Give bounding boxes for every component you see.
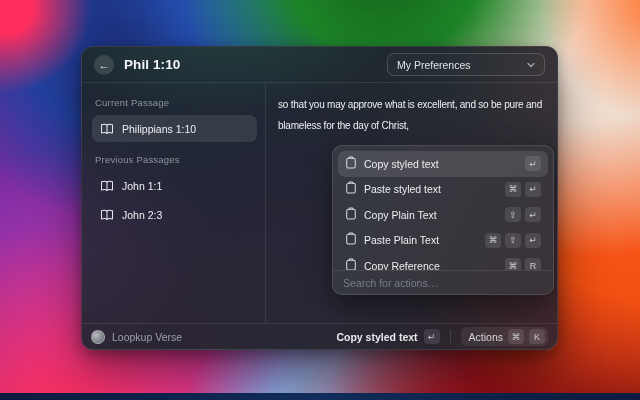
lookup-verse-window: ← Phil 1:10 My Preferences Current Passa…	[81, 46, 558, 350]
window-body: Current Passage Philippians 1:10 Previou…	[82, 83, 557, 323]
book-icon	[100, 209, 114, 221]
window-header: ← Phil 1:10 My Preferences	[82, 47, 557, 83]
action-paste-plain-text[interactable]: Paste Plain Text ⌘ ⇧ ↵	[338, 228, 548, 254]
footer-divider	[450, 330, 451, 343]
wallpaper-bottom-band	[0, 393, 640, 400]
page-title: Phil 1:10	[124, 57, 180, 72]
chevron-down-icon	[527, 62, 535, 68]
clipboard-icon	[345, 206, 357, 224]
actions-search	[333, 270, 553, 294]
footer-bar: Loopkup Verse Copy styled text ↵ Actions…	[82, 323, 557, 349]
sidebar-item-label: John 2:3	[122, 209, 162, 221]
book-icon	[100, 180, 114, 192]
sidebar-item-john-1-1[interactable]: John 1:1	[92, 172, 257, 199]
section-label-current: Current Passage	[95, 97, 257, 108]
book-icon	[100, 123, 114, 135]
action-copy-reference[interactable]: Copy Reference ⌘ R	[338, 253, 548, 270]
clipboard-icon	[345, 180, 357, 198]
desktop: ← Phil 1:10 My Preferences Current Passa…	[0, 0, 640, 400]
actions-menu-button[interactable]: Actions ⌘ K	[461, 327, 548, 346]
cmd-key: ⌘	[485, 233, 501, 248]
return-key: ↵	[424, 329, 440, 344]
actions-popup: Copy styled text ↵ Paste styled tex	[332, 145, 554, 295]
action-copy-plain-text[interactable]: Copy Plain Text ⇧ ↵	[338, 202, 548, 228]
extension-icon	[91, 330, 105, 344]
letter-key: R	[525, 258, 541, 270]
return-key: ↵	[525, 233, 541, 248]
return-key: ↵	[525, 182, 541, 197]
actions-list: Copy styled text ↵ Paste styled tex	[333, 146, 553, 270]
sidebar-item-philippians-1-10[interactable]: Philippians 1:10	[92, 115, 257, 142]
sidebar-item-label: John 1:1	[122, 180, 162, 192]
letter-key: K	[529, 329, 545, 344]
shift-key: ⇧	[505, 233, 521, 248]
preferences-dropdown-label: My Preferences	[397, 59, 471, 71]
sidebar-item-john-2-3[interactable]: John 2:3	[92, 201, 257, 228]
extension-name: Loopkup Verse	[112, 331, 182, 343]
action-paste-styled-text[interactable]: Paste styled text ⌘ ↵	[338, 177, 548, 203]
preferences-dropdown[interactable]: My Preferences	[387, 53, 545, 76]
clipboard-icon	[345, 155, 357, 173]
back-button[interactable]: ←	[94, 55, 114, 75]
actions-search-input[interactable]	[343, 277, 543, 289]
return-key: ↵	[525, 207, 541, 222]
cmd-key: ⌘	[505, 258, 521, 270]
verse-text: so that you may approve what is excellen…	[278, 94, 547, 136]
shift-key: ⇧	[505, 207, 521, 222]
clipboard-icon	[345, 257, 357, 270]
cmd-key: ⌘	[505, 182, 521, 197]
sidebar-item-label: Philippians 1:10	[122, 123, 196, 135]
cmd-key: ⌘	[508, 329, 524, 344]
section-label-previous: Previous Passages	[95, 154, 257, 165]
action-copy-styled-text[interactable]: Copy styled text ↵	[338, 151, 548, 177]
back-arrow-icon: ←	[99, 59, 110, 71]
return-key: ↵	[525, 156, 541, 171]
clipboard-icon	[345, 231, 357, 249]
primary-action-button[interactable]: Copy styled text ↵	[336, 329, 439, 344]
passage-sidebar: Current Passage Philippians 1:10 Previou…	[82, 83, 266, 323]
